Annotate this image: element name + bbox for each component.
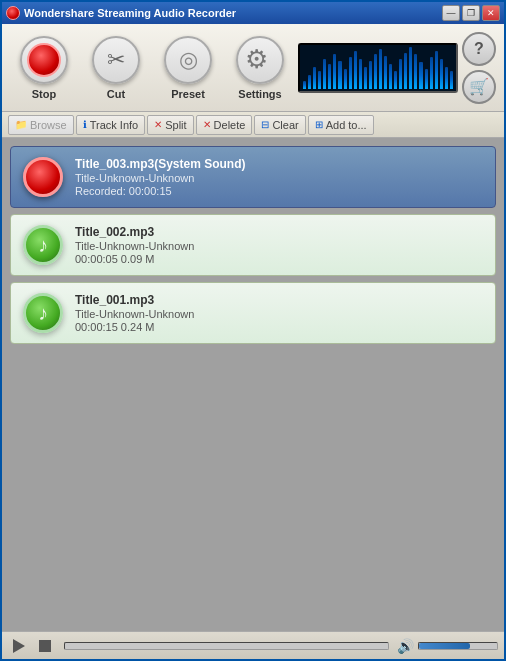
eq-bar	[349, 57, 352, 89]
eq-bar	[435, 51, 438, 89]
eq-bar	[338, 61, 341, 89]
stop-icon	[27, 43, 61, 77]
preset-icon-circle: ◎	[164, 36, 212, 84]
browse-label: Browse	[30, 119, 67, 131]
delete-icon: ✕	[203, 119, 211, 130]
cut-button[interactable]: Cut	[82, 31, 150, 105]
settings-button[interactable]: Settings	[226, 31, 294, 105]
clear-label: Clear	[272, 119, 298, 131]
eq-bar	[354, 51, 357, 89]
music-icon: ♪	[23, 293, 63, 333]
eq-bar	[359, 59, 362, 89]
progress-bar[interactable]	[64, 642, 389, 650]
play-button[interactable]	[8, 635, 30, 657]
track-item[interactable]: ♪Title_001.mp3Title-Unknown-Unknown00:00…	[10, 282, 496, 344]
gear-icon	[246, 46, 274, 74]
window-title: Wondershare Streaming Audio Recorder	[24, 7, 236, 19]
eq-bar	[445, 67, 448, 89]
close-button[interactable]: ✕	[482, 5, 500, 21]
track-item[interactable]: ♪Title_002.mp3Title-Unknown-Unknown00:00…	[10, 214, 496, 276]
volume-fill	[419, 643, 470, 649]
eq-bar	[303, 81, 306, 89]
preset-button[interactable]: ◎ Preset	[154, 31, 222, 105]
clear-button[interactable]: ⊟ Clear	[254, 115, 305, 135]
stop-label: Stop	[32, 88, 56, 100]
minimize-button[interactable]: —	[442, 5, 460, 21]
app-icon	[6, 6, 20, 20]
eq-bar	[379, 49, 382, 89]
eq-bar	[364, 67, 367, 89]
info-icon: ℹ	[83, 119, 87, 130]
browse-button[interactable]: 📁 Browse	[8, 115, 74, 135]
track-time: 00:00:05 0.09 M	[75, 253, 194, 265]
preset-label: Preset	[171, 88, 205, 100]
split-icon: ✕	[154, 119, 162, 130]
delete-label: Delete	[214, 119, 246, 131]
eq-bar	[344, 69, 347, 89]
eq-bar	[414, 54, 417, 89]
clear-icon: ⊟	[261, 119, 269, 130]
stop-playback-button[interactable]	[34, 635, 56, 657]
music-icon: ♪	[23, 225, 63, 265]
eq-bar	[430, 57, 433, 89]
eq-bar	[313, 67, 316, 89]
main-window: Wondershare Streaming Audio Recorder — ❐…	[0, 0, 506, 661]
restore-button[interactable]: ❐	[462, 5, 480, 21]
track-time: 00:00:15 0.24 M	[75, 321, 194, 333]
track-icon-wrap: ♪	[21, 291, 65, 335]
cut-icon-circle	[92, 36, 140, 84]
title-bar-left: Wondershare Streaming Audio Recorder	[6, 6, 236, 20]
eq-bar	[440, 59, 443, 89]
help-button[interactable]: ?	[462, 32, 496, 66]
eq-bar	[318, 71, 321, 89]
track-artist: Title-Unknown-Unknown	[75, 308, 194, 320]
eq-bar	[399, 59, 402, 89]
eq-bar	[450, 71, 453, 89]
split-button[interactable]: ✕ Split	[147, 115, 193, 135]
track-title: Title_002.mp3	[75, 225, 194, 239]
track-item[interactable]: Title_003.mp3(System Sound)Title-Unknown…	[10, 146, 496, 208]
settings-label: Settings	[238, 88, 281, 100]
eq-bar	[404, 53, 407, 89]
eq-bar	[389, 64, 392, 89]
add-to-label: Add to...	[326, 119, 367, 131]
eq-bar	[425, 69, 428, 89]
track-title: Title_001.mp3	[75, 293, 194, 307]
title-controls: — ❐ ✕	[442, 5, 500, 21]
scissors-icon	[107, 47, 125, 73]
eq-bar	[394, 71, 397, 89]
browse-icon: 📁	[15, 119, 27, 130]
eq-display	[298, 43, 458, 93]
eq-bar	[323, 59, 326, 89]
eq-bar	[419, 62, 422, 89]
add-to-button[interactable]: ⊞ Add to...	[308, 115, 374, 135]
play-icon	[13, 639, 25, 653]
track-list: Title_003.mp3(System Sound)Title-Unknown…	[2, 138, 504, 631]
track-info: Title_002.mp3Title-Unknown-Unknown00:00:…	[75, 225, 194, 265]
stop-icon-circle	[20, 36, 68, 84]
track-icon-wrap: ♪	[21, 223, 65, 267]
track-time: Recorded: 00:00:15	[75, 185, 246, 197]
track-info-label: Track Info	[90, 119, 139, 131]
eq-bar	[328, 64, 331, 89]
track-info-button[interactable]: ℹ Track Info	[76, 115, 146, 135]
cut-label: Cut	[107, 88, 125, 100]
track-artist: Title-Unknown-Unknown	[75, 240, 194, 252]
track-artist: Title-Unknown-Unknown	[75, 172, 246, 184]
delete-button[interactable]: ✕ Delete	[196, 115, 253, 135]
toolbar: Stop Cut ◎ Preset Settings ?	[2, 24, 504, 112]
action-bar: 📁 Browse ℹ Track Info ✕ Split ✕ Delete ⊟…	[2, 112, 504, 138]
stop-playback-icon	[39, 640, 51, 652]
eq-bar	[384, 56, 387, 89]
cart-button[interactable]: 🛒	[462, 70, 496, 104]
eq-bar	[374, 54, 377, 89]
stop-button[interactable]: Stop	[10, 31, 78, 105]
eq-bar	[333, 54, 336, 89]
add-icon: ⊞	[315, 119, 323, 130]
volume-slider[interactable]	[418, 642, 498, 650]
track-info: Title_003.mp3(System Sound)Title-Unknown…	[75, 157, 246, 197]
eq-bar	[308, 75, 311, 89]
split-label: Split	[165, 119, 186, 131]
eq-bar	[369, 61, 372, 89]
track-icon-wrap	[21, 155, 65, 199]
